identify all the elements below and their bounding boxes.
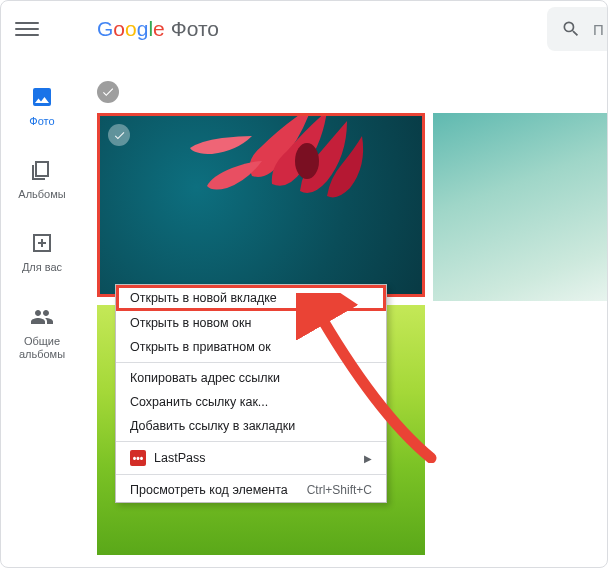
sidebar-item-shared[interactable]: Общие альбомы [1, 305, 83, 361]
lastpass-icon: ••• [130, 450, 146, 466]
chevron-right-icon: ▶ [364, 453, 372, 464]
sidebar-item-label: Фото [29, 115, 54, 128]
menu-separator [116, 362, 386, 363]
menu-shortcut: Ctrl+Shift+C [307, 483, 372, 497]
check-icon [101, 85, 115, 99]
sidebar-item-foryou[interactable]: Для вас [1, 231, 83, 274]
menu-item-open-new-tab[interactable]: Открыть в новой вкладке [116, 285, 386, 311]
menu-item-label: Просмотреть код элемента [130, 483, 288, 497]
app-logo[interactable]: Google Фото [97, 17, 219, 41]
menu-item-label: Открыть в приватном ок [130, 340, 271, 354]
menu-item-label: Добавить ссылку в закладки [130, 419, 295, 433]
shared-icon [30, 305, 54, 329]
select-all-check[interactable] [97, 81, 119, 103]
check-icon [113, 129, 126, 142]
photo-thumbnail-selected[interactable] [97, 113, 425, 297]
menu-item-label: Копировать адрес ссылки [130, 371, 280, 385]
sidebar-item-photos[interactable]: Фото [1, 85, 83, 128]
menu-item-inspect[interactable]: Просмотреть код элемента Ctrl+Shift+C [116, 478, 386, 502]
menu-item-label: Открыть в новом окн [130, 316, 251, 330]
svg-point-0 [295, 143, 319, 179]
flower-illustration [152, 113, 412, 246]
menu-separator [116, 441, 386, 442]
search-icon [561, 19, 581, 39]
search-placeholder: П [593, 21, 604, 38]
thumbnail-check[interactable] [108, 124, 130, 146]
menu-separator [116, 474, 386, 475]
menu-icon[interactable] [15, 17, 39, 41]
menu-item-open-new-window[interactable]: Открыть в новом окн [116, 311, 386, 335]
foryou-icon [30, 231, 54, 255]
sidebar-item-label: Для вас [22, 261, 62, 274]
app-header: Google Фото П [1, 1, 607, 57]
menu-item-label: Сохранить ссылку как... [130, 395, 268, 409]
menu-item-label: LastPass [154, 451, 205, 465]
menu-item-save-link[interactable]: Сохранить ссылку как... [116, 390, 386, 414]
photos-icon [30, 85, 54, 109]
context-menu: Открыть в новой вкладке Открыть в новом … [115, 284, 387, 503]
app-name-text: Фото [171, 17, 219, 41]
photo-thumbnail[interactable] [433, 113, 608, 301]
search-button[interactable]: П [547, 7, 607, 51]
menu-item-copy-link[interactable]: Копировать адрес ссылки [116, 366, 386, 390]
sidebar-item-label: Альбомы [18, 188, 65, 201]
menu-item-label: Открыть в новой вкладке [130, 291, 277, 305]
albums-icon [30, 158, 54, 182]
menu-item-lastpass[interactable]: ••• LastPass ▶ [116, 445, 386, 471]
sidebar-item-albums[interactable]: Альбомы [1, 158, 83, 201]
menu-item-open-private[interactable]: Открыть в приватном ок [116, 335, 386, 359]
sidebar-item-label: Общие альбомы [1, 335, 83, 361]
menu-item-bookmark-link[interactable]: Добавить ссылку в закладки [116, 414, 386, 438]
sidebar: Фото Альбомы Для вас Общие альбомы [1, 57, 83, 567]
